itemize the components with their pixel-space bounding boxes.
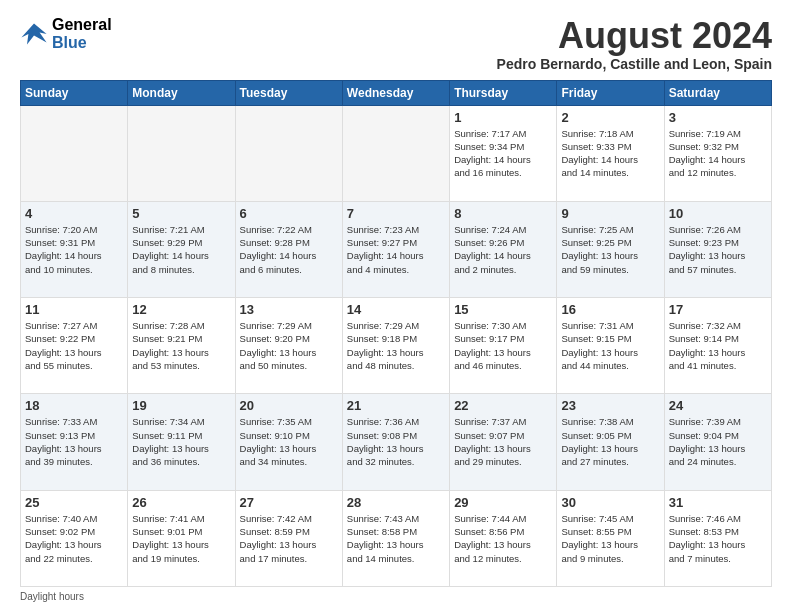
svg-marker-0 [21,23,46,44]
logo-text: General Blue [52,16,112,51]
day-number: 15 [454,302,552,317]
calendar-cell: 5Sunrise: 7:21 AM Sunset: 9:29 PM Daylig… [128,201,235,297]
day-number: 13 [240,302,338,317]
day-number: 23 [561,398,659,413]
day-number: 8 [454,206,552,221]
day-number: 20 [240,398,338,413]
day-number: 24 [669,398,767,413]
header: General Blue August 2024 Pedro Bernardo,… [20,16,772,72]
day-number: 27 [240,495,338,510]
calendar-cell: 13Sunrise: 7:29 AM Sunset: 9:20 PM Dayli… [235,298,342,394]
day-info: Sunrise: 7:19 AM Sunset: 9:32 PM Dayligh… [669,127,767,180]
subtitle: Pedro Bernardo, Castille and Leon, Spain [497,56,772,72]
calendar-week-row: 25Sunrise: 7:40 AM Sunset: 9:02 PM Dayli… [21,490,772,586]
calendar-week-row: 11Sunrise: 7:27 AM Sunset: 9:22 PM Dayli… [21,298,772,394]
calendar-cell: 2Sunrise: 7:18 AM Sunset: 9:33 PM Daylig… [557,105,664,201]
day-number: 18 [25,398,123,413]
calendar-cell [342,105,449,201]
day-number: 21 [347,398,445,413]
day-number: 6 [240,206,338,221]
calendar-day-header: Sunday [21,80,128,105]
calendar-cell: 28Sunrise: 7:43 AM Sunset: 8:58 PM Dayli… [342,490,449,586]
calendar-cell: 26Sunrise: 7:41 AM Sunset: 9:01 PM Dayli… [128,490,235,586]
calendar-cell: 3Sunrise: 7:19 AM Sunset: 9:32 PM Daylig… [664,105,771,201]
calendar-week-row: 18Sunrise: 7:33 AM Sunset: 9:13 PM Dayli… [21,394,772,490]
day-number: 31 [669,495,767,510]
day-info: Sunrise: 7:43 AM Sunset: 8:58 PM Dayligh… [347,512,445,565]
day-info: Sunrise: 7:44 AM Sunset: 8:56 PM Dayligh… [454,512,552,565]
calendar-cell [235,105,342,201]
calendar-cell: 4Sunrise: 7:20 AM Sunset: 9:31 PM Daylig… [21,201,128,297]
page: General Blue August 2024 Pedro Bernardo,… [0,0,792,612]
calendar-cell: 22Sunrise: 7:37 AM Sunset: 9:07 PM Dayli… [450,394,557,490]
calendar-cell: 25Sunrise: 7:40 AM Sunset: 9:02 PM Dayli… [21,490,128,586]
calendar-cell: 18Sunrise: 7:33 AM Sunset: 9:13 PM Dayli… [21,394,128,490]
day-number: 17 [669,302,767,317]
calendar-week-row: 4Sunrise: 7:20 AM Sunset: 9:31 PM Daylig… [21,201,772,297]
calendar-cell: 14Sunrise: 7:29 AM Sunset: 9:18 PM Dayli… [342,298,449,394]
calendar-table: SundayMondayTuesdayWednesdayThursdayFrid… [20,80,772,587]
calendar-cell: 6Sunrise: 7:22 AM Sunset: 9:28 PM Daylig… [235,201,342,297]
day-number: 1 [454,110,552,125]
day-number: 4 [25,206,123,221]
calendar-cell: 15Sunrise: 7:30 AM Sunset: 9:17 PM Dayli… [450,298,557,394]
calendar-cell: 30Sunrise: 7:45 AM Sunset: 8:55 PM Dayli… [557,490,664,586]
day-info: Sunrise: 7:34 AM Sunset: 9:11 PM Dayligh… [132,415,230,468]
day-number: 10 [669,206,767,221]
day-info: Sunrise: 7:27 AM Sunset: 9:22 PM Dayligh… [25,319,123,372]
calendar-cell [21,105,128,201]
day-number: 14 [347,302,445,317]
calendar-cell: 12Sunrise: 7:28 AM Sunset: 9:21 PM Dayli… [128,298,235,394]
day-number: 28 [347,495,445,510]
day-info: Sunrise: 7:35 AM Sunset: 9:10 PM Dayligh… [240,415,338,468]
day-number: 5 [132,206,230,221]
footer: Daylight hours [20,591,772,602]
calendar-cell: 1Sunrise: 7:17 AM Sunset: 9:34 PM Daylig… [450,105,557,201]
calendar-cell: 7Sunrise: 7:23 AM Sunset: 9:27 PM Daylig… [342,201,449,297]
day-number: 16 [561,302,659,317]
calendar-cell: 16Sunrise: 7:31 AM Sunset: 9:15 PM Dayli… [557,298,664,394]
calendar-week-row: 1Sunrise: 7:17 AM Sunset: 9:34 PM Daylig… [21,105,772,201]
day-number: 9 [561,206,659,221]
day-number: 25 [25,495,123,510]
day-info: Sunrise: 7:20 AM Sunset: 9:31 PM Dayligh… [25,223,123,276]
day-info: Sunrise: 7:21 AM Sunset: 9:29 PM Dayligh… [132,223,230,276]
calendar-header-row: SundayMondayTuesdayWednesdayThursdayFrid… [21,80,772,105]
day-info: Sunrise: 7:33 AM Sunset: 9:13 PM Dayligh… [25,415,123,468]
day-info: Sunrise: 7:30 AM Sunset: 9:17 PM Dayligh… [454,319,552,372]
calendar-day-header: Saturday [664,80,771,105]
day-info: Sunrise: 7:29 AM Sunset: 9:20 PM Dayligh… [240,319,338,372]
calendar-cell: 19Sunrise: 7:34 AM Sunset: 9:11 PM Dayli… [128,394,235,490]
day-info: Sunrise: 7:23 AM Sunset: 9:27 PM Dayligh… [347,223,445,276]
calendar-cell: 20Sunrise: 7:35 AM Sunset: 9:10 PM Dayli… [235,394,342,490]
calendar-day-header: Tuesday [235,80,342,105]
calendar-cell [128,105,235,201]
day-info: Sunrise: 7:41 AM Sunset: 9:01 PM Dayligh… [132,512,230,565]
calendar-cell: 29Sunrise: 7:44 AM Sunset: 8:56 PM Dayli… [450,490,557,586]
calendar-day-header: Monday [128,80,235,105]
day-number: 3 [669,110,767,125]
day-info: Sunrise: 7:37 AM Sunset: 9:07 PM Dayligh… [454,415,552,468]
day-number: 22 [454,398,552,413]
day-info: Sunrise: 7:42 AM Sunset: 8:59 PM Dayligh… [240,512,338,565]
day-info: Sunrise: 7:28 AM Sunset: 9:21 PM Dayligh… [132,319,230,372]
day-info: Sunrise: 7:46 AM Sunset: 8:53 PM Dayligh… [669,512,767,565]
calendar-cell: 27Sunrise: 7:42 AM Sunset: 8:59 PM Dayli… [235,490,342,586]
calendar-day-header: Wednesday [342,80,449,105]
day-info: Sunrise: 7:39 AM Sunset: 9:04 PM Dayligh… [669,415,767,468]
day-number: 7 [347,206,445,221]
day-info: Sunrise: 7:17 AM Sunset: 9:34 PM Dayligh… [454,127,552,180]
day-info: Sunrise: 7:29 AM Sunset: 9:18 PM Dayligh… [347,319,445,372]
day-info: Sunrise: 7:31 AM Sunset: 9:15 PM Dayligh… [561,319,659,372]
day-number: 29 [454,495,552,510]
calendar-cell: 17Sunrise: 7:32 AM Sunset: 9:14 PM Dayli… [664,298,771,394]
day-info: Sunrise: 7:22 AM Sunset: 9:28 PM Dayligh… [240,223,338,276]
calendar-day-header: Friday [557,80,664,105]
day-number: 12 [132,302,230,317]
calendar-cell: 23Sunrise: 7:38 AM Sunset: 9:05 PM Dayli… [557,394,664,490]
day-info: Sunrise: 7:36 AM Sunset: 9:08 PM Dayligh… [347,415,445,468]
logo-icon [20,20,48,48]
day-number: 19 [132,398,230,413]
day-info: Sunrise: 7:26 AM Sunset: 9:23 PM Dayligh… [669,223,767,276]
day-info: Sunrise: 7:45 AM Sunset: 8:55 PM Dayligh… [561,512,659,565]
